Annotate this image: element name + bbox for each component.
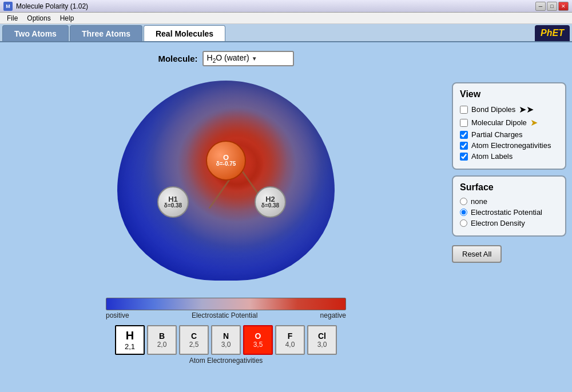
en-symbol-F: F xyxy=(288,331,293,341)
right-panel: View Bond Dipoles ➤➤ Molecular Dipole ➤ … xyxy=(452,48,566,386)
color-scale-labels: positive Electrostatic Potential negativ… xyxy=(106,311,346,319)
titlebar-buttons: ─ □ ✕ xyxy=(535,2,569,11)
h1-charge: δ=0.38 xyxy=(164,203,182,209)
en-cell-B[interactable]: B 2,0 xyxy=(147,325,177,355)
en-cell-C[interactable]: C 2,5 xyxy=(179,325,209,355)
surface-none-label: none xyxy=(471,197,487,206)
scale-center-label: Electrostatic Potential xyxy=(192,311,257,319)
en-value-F: 4,0 xyxy=(285,341,295,349)
tabbar: Two Atoms Three Atoms Real Molecules PhE… xyxy=(0,24,572,42)
molecule-dropdown[interactable]: H2O (water) ▼ xyxy=(202,51,294,66)
menu-options[interactable]: Options xyxy=(22,13,55,23)
en-symbol-N: N xyxy=(223,331,229,341)
en-value-N: 3,0 xyxy=(221,341,231,349)
en-value-H: 2,1 xyxy=(125,342,135,351)
en-symbol-B: B xyxy=(159,331,165,341)
bond-dipoles-checkbox[interactable] xyxy=(460,106,468,114)
menubar: File Options Help xyxy=(0,13,572,24)
minimize-button[interactable]: ─ xyxy=(535,2,546,11)
bond-dipoles-label: Bond Dipoles xyxy=(471,105,515,114)
tab-real-molecules[interactable]: Real Molecules xyxy=(144,25,225,41)
oxygen-charge: δ=-0.75 xyxy=(216,161,236,167)
en-symbol-Cl: Cl xyxy=(318,331,326,341)
surface-panel-title: Surface xyxy=(460,182,558,193)
h2-symbol: H2 xyxy=(265,195,275,203)
bond-dipoles-row: Bond Dipoles ➤➤ xyxy=(460,104,558,115)
molecular-dipole-checkbox[interactable] xyxy=(460,119,468,127)
close-button[interactable]: ✕ xyxy=(558,2,569,11)
atom-h1: H1 δ=0.38 xyxy=(157,186,189,218)
surface-electron-label: Electron Density xyxy=(471,219,525,227)
en-value-Cl: 3,0 xyxy=(317,341,327,349)
partial-charges-row: Partial Charges xyxy=(460,130,558,139)
atom-en-label: Atom Electronegativities xyxy=(471,141,551,150)
molecule-visualization: O δ=-0.75 H1 δ=0.38 H2 δ=0.38 xyxy=(83,72,369,289)
maximize-button[interactable]: □ xyxy=(547,2,557,11)
molecule-value: H2O (water) xyxy=(207,53,249,64)
color-scale-area: positive Electrostatic Potential negativ… xyxy=(83,298,369,319)
scale-negative-label: negative xyxy=(320,311,346,319)
surface-electrostatic-radio[interactable] xyxy=(460,209,467,216)
app-icon: M xyxy=(3,2,13,11)
surface-electrostatic-label: Electrostatic Potential xyxy=(471,208,542,217)
phet-logo: PhET xyxy=(535,25,570,41)
titlebar: M Molecule Polarity (1.02) ─ □ ✕ xyxy=(0,0,572,13)
surface-electron-row: Electron Density xyxy=(460,219,558,227)
atom-labels-label: Atom Labels xyxy=(471,152,513,161)
atom-labels-row: Atom Labels xyxy=(460,152,558,161)
view-panel-title: View xyxy=(460,89,558,99)
en-value-O: 3,5 xyxy=(253,341,263,349)
surface-electrostatic-row: Electrostatic Potential xyxy=(460,208,558,217)
app-title: Molecule Polarity (1.02) xyxy=(16,2,535,10)
en-symbol-O: O xyxy=(255,331,261,341)
molecule-label: Molecule: xyxy=(158,54,197,63)
menu-help[interactable]: Help xyxy=(55,13,79,23)
reset-all-button[interactable]: Reset All xyxy=(452,245,502,263)
molecular-dipole-arrow-icon: ➤ xyxy=(530,117,538,128)
surface-electron-radio[interactable] xyxy=(460,219,467,227)
atom-en-checkbox[interactable] xyxy=(460,142,468,150)
en-symbol-H: H xyxy=(126,329,134,342)
atom-oxygen: O δ=-0.75 xyxy=(206,141,246,181)
en-table-label: Atom Electronegativities xyxy=(189,357,263,365)
molecule-selector: Molecule: H2O (water) ▼ xyxy=(158,51,293,66)
surface-none-row: none xyxy=(460,197,558,206)
chevron-down-icon: ▼ xyxy=(252,55,257,62)
partial-charges-label: Partial Charges xyxy=(471,130,523,139)
molecular-dipole-label: Molecular Dipole xyxy=(471,118,527,127)
en-value-C: 2,5 xyxy=(189,341,199,349)
surface-panel: Surface none Electrostatic Potential Ele… xyxy=(452,175,566,237)
tab-two-atoms[interactable]: Two Atoms xyxy=(2,25,69,41)
en-cell-O[interactable]: O 3,5 xyxy=(243,325,273,355)
tab-three-atoms[interactable]: Three Atoms xyxy=(70,25,142,41)
atom-labels-checkbox[interactable] xyxy=(460,153,468,161)
center-area: Molecule: H2O (water) ▼ O δ=-0.75 H1 δ=0… xyxy=(6,48,446,386)
en-cell-Cl[interactable]: Cl 3,0 xyxy=(307,325,337,355)
h1-symbol: H1 xyxy=(168,195,178,203)
color-scale-bar xyxy=(106,298,346,310)
atom-en-row: Atom Electronegativities xyxy=(460,141,558,150)
main-content: Molecule: H2O (water) ▼ O δ=-0.75 H1 δ=0… xyxy=(0,42,572,392)
partial-charges-checkbox[interactable] xyxy=(460,131,468,139)
h2-charge: δ=0.38 xyxy=(261,203,279,209)
bond-dipoles-arrow-icon: ➤➤ xyxy=(519,104,534,115)
en-value-B: 2,0 xyxy=(157,341,167,349)
view-panel: View Bond Dipoles ➤➤ Molecular Dipole ➤ … xyxy=(452,82,566,170)
atom-h2: H2 δ=0.38 xyxy=(255,186,286,218)
surface-none-radio[interactable] xyxy=(460,198,467,205)
scale-positive-label: positive xyxy=(106,311,129,319)
menu-file[interactable]: File xyxy=(2,13,22,23)
en-cell-N[interactable]: N 3,0 xyxy=(211,325,241,355)
en-table: H 2,1 B 2,0 C 2,5 N 3,0 O 3,5 xyxy=(115,325,337,355)
molecular-dipole-row: Molecular Dipole ➤ xyxy=(460,117,558,128)
en-cell-H[interactable]: H 2,1 xyxy=(115,325,145,355)
en-table-container: H 2,1 B 2,0 C 2,5 N 3,0 O 3,5 xyxy=(115,319,337,365)
electrostatic-surface xyxy=(117,81,335,281)
en-symbol-C: C xyxy=(191,331,197,341)
en-cell-F[interactable]: F 4,0 xyxy=(275,325,305,355)
